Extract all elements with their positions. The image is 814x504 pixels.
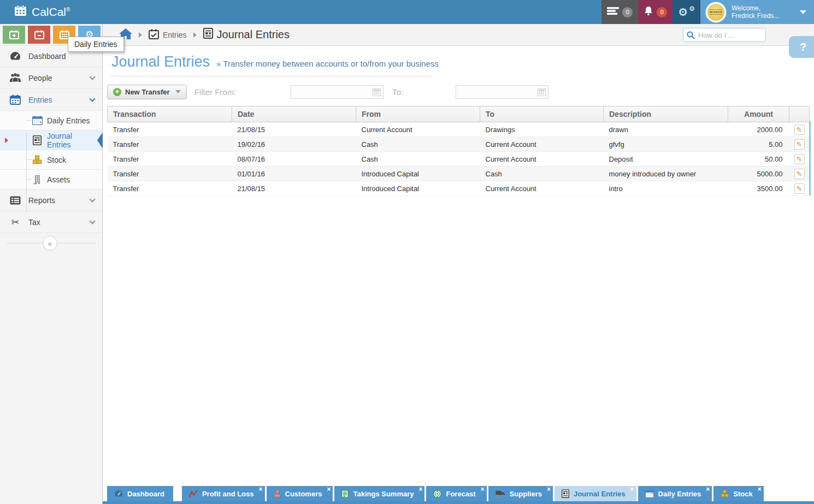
- search-input[interactable]: [683, 28, 766, 42]
- close-icon[interactable]: ×: [327, 485, 331, 493]
- edit-row-button[interactable]: ✎: [794, 154, 805, 164]
- close-icon[interactable]: ×: [706, 485, 710, 493]
- tab-suppliers[interactable]: Suppliers ×: [488, 486, 553, 501]
- close-icon[interactable]: ×: [630, 485, 634, 493]
- col-to[interactable]: To: [480, 106, 604, 122]
- new-transfer-button[interactable]: + New Transfer: [107, 85, 187, 99]
- remove-entry-button[interactable]: [28, 26, 50, 44]
- sidebar-item-tax[interactable]: ✂ Tax: [0, 211, 102, 233]
- person-icon: [274, 490, 281, 497]
- toolbar: + New Transfer Filter From: To:: [107, 84, 814, 99]
- summary-doc-icon: [341, 490, 349, 498]
- edit-row-button[interactable]: ✎: [794, 183, 805, 194]
- avatar: WINNER: [706, 2, 726, 22]
- edit-row-button[interactable]: ✎: [794, 124, 805, 135]
- filter-from-label: Filter From:: [194, 87, 237, 97]
- sidebar-item-assets[interactable]: Assets: [0, 170, 102, 189]
- tab-dashboard[interactable]: Dashboard: [107, 486, 173, 501]
- edit-row-button[interactable]: ✎: [794, 169, 805, 179]
- breadcrumb-entries[interactable]: Entries: [149, 29, 187, 41]
- col-from[interactable]: From: [356, 106, 480, 122]
- filter-to-input[interactable]: [456, 85, 548, 99]
- col-description[interactable]: Description: [604, 106, 728, 122]
- close-icon[interactable]: ×: [547, 485, 551, 493]
- notification-count-badge: 0: [657, 7, 667, 17]
- close-icon[interactable]: ×: [418, 485, 422, 493]
- tab-daily-entries[interactable]: Daily Entries ×: [638, 486, 712, 501]
- filter-to-field: [456, 85, 548, 99]
- tab-takings-summary[interactable]: Takings Summary ×: [334, 486, 424, 501]
- chevron-down-icon: [89, 196, 95, 202]
- pencil-icon: ✎: [797, 126, 803, 134]
- help-button[interactable]: ?: [789, 36, 814, 58]
- journal-table: Transaction Date From To Description Amo…: [107, 106, 809, 196]
- sidebar-item-stock[interactable]: Stock: [0, 150, 102, 170]
- tab-journal-entries[interactable]: Journal Entries ×: [555, 486, 636, 501]
- filter-to-label: To:: [392, 87, 403, 97]
- pencil-icon: ✎: [797, 170, 803, 178]
- table-row[interactable]: Transfer 19/02/16 Cash Current Account g…: [108, 137, 810, 152]
- calendar-picker-icon[interactable]: [373, 88, 381, 96]
- bell-icon: [644, 6, 653, 18]
- table-row[interactable]: Transfer 08/07/16 Cash Current Account D…: [108, 152, 810, 167]
- report-list-icon: [9, 196, 22, 205]
- notifications-button[interactable]: 0: [638, 0, 673, 24]
- col-date[interactable]: Date: [232, 106, 356, 122]
- page-title: Journal Entries: [111, 54, 210, 70]
- line-chart-icon: [189, 490, 198, 497]
- calendar-icon: [9, 94, 22, 105]
- col-transaction[interactable]: Transaction: [108, 106, 232, 122]
- app-logo[interactable]: CalCal®: [0, 0, 70, 24]
- sidebar-item-entries[interactable]: Entries: [0, 89, 102, 111]
- edit-row-button[interactable]: ✎: [794, 139, 805, 150]
- app-title: CalCal: [32, 5, 66, 18]
- close-icon[interactable]: ×: [259, 485, 263, 493]
- chevron-down-icon: [89, 74, 95, 80]
- tab-profit-and-loss[interactable]: Profit and Loss ×: [182, 486, 265, 501]
- sidebar-item-journal-entries[interactable]: Journal Entries: [0, 131, 102, 150]
- welcome-text: Welcome, Fredrick Freds...: [732, 4, 794, 20]
- col-amount[interactable]: Amount: [728, 106, 789, 122]
- page-subtitle: » Transfer money between accounts or to/…: [216, 59, 439, 68]
- tab-customers[interactable]: Customers ×: [267, 486, 333, 501]
- close-icon[interactable]: ×: [758, 485, 762, 493]
- stock-boxes-icon: [721, 490, 729, 497]
- people-icon: [9, 73, 22, 82]
- user-menu[interactable]: WINNER Welcome, Fredrick Freds...: [700, 0, 814, 24]
- journal-doc-icon: [32, 135, 43, 145]
- tab-stock[interactable]: Stock ×: [713, 486, 763, 501]
- sidebar-item-reports[interactable]: Reports: [0, 189, 102, 211]
- help-search: [683, 28, 766, 42]
- stock-boxes-icon: [32, 155, 43, 164]
- caret-down-icon: [175, 90, 181, 93]
- tab-forecast[interactable]: Forecast ×: [426, 486, 486, 501]
- filter-from-input[interactable]: [291, 85, 384, 99]
- list-icon: [607, 7, 619, 17]
- settings-button[interactable]: ⚙ ⚙: [673, 0, 700, 24]
- gears-icon: ⚙: [678, 7, 688, 17]
- tooltip: Daily Entries: [68, 37, 124, 52]
- calendar-picker-icon[interactable]: [538, 88, 546, 96]
- new-entry-button[interactable]: [3, 26, 25, 44]
- breadcrumb-bar: Entries Journal Entries: [103, 24, 814, 46]
- activity-list-button[interactable]: 0: [601, 0, 638, 24]
- table-row[interactable]: Transfer 01/01/16 Introduced Capital Cas…: [108, 167, 810, 181]
- user-caret-icon: [800, 10, 806, 14]
- daily-calendar-icon: [32, 116, 43, 125]
- table-row[interactable]: Transfer 21/08/15 Current Account Drawin…: [108, 122, 810, 137]
- collapse-sidebar-button[interactable]: «: [43, 236, 57, 251]
- breadcrumb-current: Journal Entries: [203, 28, 290, 41]
- sidebar-item-people[interactable]: People: [0, 67, 102, 89]
- sidebar-item-daily-entries[interactable]: Daily Entries: [0, 111, 102, 131]
- table-row[interactable]: Transfer 21/08/15 Introduced Capital Cur…: [108, 181, 810, 196]
- divider: [111, 76, 432, 76]
- activity-count-badge: 0: [622, 7, 633, 17]
- search-icon: [687, 31, 695, 39]
- close-icon[interactable]: ×: [481, 485, 485, 493]
- chevron-down-icon: [89, 218, 95, 224]
- main-content: Journal Entries » Transfer money between…: [103, 46, 814, 486]
- journal-doc-icon: [562, 489, 569, 498]
- target-icon: [433, 490, 441, 498]
- journal-doc-icon: [203, 28, 213, 41]
- calendar-minus-icon: [34, 30, 44, 39]
